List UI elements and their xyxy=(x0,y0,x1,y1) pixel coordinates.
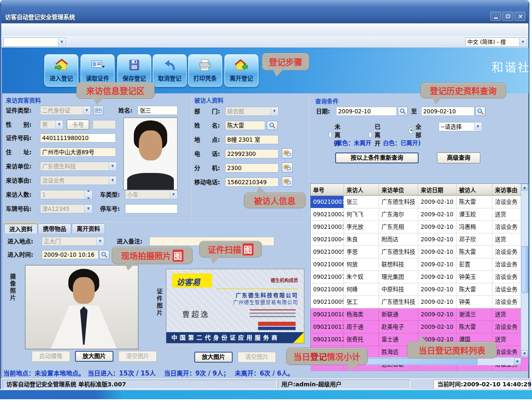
chevron-down-icon[interactable]: ▼ xyxy=(58,38,65,46)
table-cell[interactable]: 送货 xyxy=(492,208,521,220)
table-cell[interactable]: 广东海尔 xyxy=(379,208,418,220)
column-header[interactable]: 来访人 xyxy=(344,184,379,195)
minimize-button[interactable] xyxy=(490,12,501,21)
table-cell[interactable]: 陈大雷 xyxy=(457,321,492,333)
photo-button[interactable]: 放大图片 xyxy=(194,352,233,363)
toolbar-button[interactable]: 打印凭条 xyxy=(188,54,222,87)
table-cell[interactable]: 洽谈业务 xyxy=(492,221,521,233)
table-cell[interactable]: 广东德生科技 xyxy=(379,296,418,308)
chevron-down-icon[interactable]: ▼ xyxy=(55,121,63,128)
table-cell[interactable]: 赴美电子 xyxy=(379,321,418,333)
table-cell[interactable]: 洽谈业务 xyxy=(492,271,521,283)
photo-button[interactable]: 清空图片 xyxy=(238,352,276,363)
table-cell[interactable]: 邓子欣 xyxy=(457,233,492,245)
radio-circle-icon[interactable] xyxy=(329,132,332,138)
scroll-right-button[interactable]: ▶ xyxy=(514,358,521,365)
quick-select-combobox[interactable]: ▼ xyxy=(3,38,66,47)
table-cell[interactable]: 陈大雷 xyxy=(457,283,492,295)
table-cell[interactable]: 何飞飞 xyxy=(344,208,379,220)
table-cell[interactable]: 2009-02-10 xyxy=(418,221,457,233)
table-cell[interactable]: 2009-02-10 xyxy=(418,196,457,208)
table-cell[interactable]: 2009-02-10 xyxy=(418,246,457,258)
table-cell[interactable]: 090210007 xyxy=(311,271,344,283)
table-cell[interactable]: 广东亮相 xyxy=(379,221,418,233)
visitor-name-field[interactable]: 张三 xyxy=(138,106,178,115)
chevron-down-icon[interactable]: ▼ xyxy=(519,38,526,46)
table-cell[interactable]: 陈大雷 xyxy=(457,196,492,208)
table-cell[interactable]: 洽谈业务 xyxy=(492,296,521,308)
date-to-picker-button[interactable] xyxy=(475,107,485,116)
mobile-field[interactable]: 15602210349 xyxy=(225,178,279,187)
language-bar[interactable]: 中文 (简体) - 搜▼ xyxy=(465,38,527,47)
cert-type-combobox[interactable]: 二代身份证▼ xyxy=(40,106,91,115)
date-to-field[interactable]: 2009-02-10 xyxy=(421,107,474,116)
table-cell[interactable]: 中原科技 xyxy=(379,283,418,295)
table-cell[interactable]: 2009-02-10 xyxy=(418,258,457,270)
table-cell[interactable]: 090210012 xyxy=(311,333,344,345)
table-cell[interactable]: 2009-02-10 xyxy=(418,308,457,320)
phone-field[interactable]: 22992300 xyxy=(225,149,279,158)
table-cell[interactable]: 2009-02-10 xyxy=(418,283,457,295)
table-cell[interactable]: 送货 xyxy=(492,333,521,345)
table-row[interactable]: 090210011周于通赴美电子2009-02-10陈大雷洽谈业务 xyxy=(311,321,528,333)
table-cell[interactable]: 090210011 xyxy=(311,321,344,333)
table-cell[interactable]: 090210005 xyxy=(311,246,344,258)
chevron-down-icon[interactable]: ▼ xyxy=(271,108,278,115)
table-cell[interactable]: 090210010 xyxy=(311,308,344,320)
date-from-picker-button[interactable] xyxy=(398,107,408,116)
toolbar-button[interactable]: 进入登记 xyxy=(44,54,78,87)
column-header[interactable]: 单号 xyxy=(311,184,344,195)
table-cell[interactable]: 张工 xyxy=(344,296,379,308)
table-cell[interactable]: 090210002 xyxy=(311,208,344,220)
company-combobox[interactable]: 广东德生科技▼ xyxy=(40,162,117,171)
table-cell[interactable]: 2009-02-10 xyxy=(418,233,457,245)
table-cell[interactable]: 2009-02-10 xyxy=(418,208,457,220)
table-row[interactable]: 090210007朱个奴理光集团2009-02-10钟美玉洽谈业务 xyxy=(311,271,528,283)
chevron-down-icon[interactable]: ▼ xyxy=(96,238,103,245)
table-cell[interactable]: 090210006 xyxy=(311,258,344,270)
table-cell[interactable]: 2009-02-10 xyxy=(418,296,457,308)
scroll-up-button[interactable]: ▲ xyxy=(521,184,528,190)
table-cell[interactable]: 朱良 xyxy=(344,233,379,245)
table-cell[interactable]: 090210008 xyxy=(311,283,344,295)
cert-number-field[interactable]: 4401111980010 xyxy=(40,133,116,143)
car-type-combobox[interactable]: 小车▼ xyxy=(125,190,178,199)
table-cell[interactable]: 谢清兰 xyxy=(457,308,492,320)
radio-circle-icon[interactable] xyxy=(369,132,372,138)
table-cell[interactable]: 广东德生科技 xyxy=(379,196,418,208)
chevron-down-icon[interactable]: ▼ xyxy=(109,163,116,170)
dept-combobox[interactable]: 综合部▼ xyxy=(225,107,279,116)
table-cell[interactable]: 送货 xyxy=(492,233,521,245)
column-header[interactable]: 来访日期 xyxy=(418,184,457,195)
column-header[interactable]: 来访事由 xyxy=(492,184,521,195)
table-cell[interactable]: 联想科技 xyxy=(379,258,418,270)
restore-button[interactable] xyxy=(502,12,513,21)
table-row[interactable]: 090210009张工广东德生科技2009-02-10钟美洽谈业务 xyxy=(311,296,528,308)
scroll-thumb[interactable] xyxy=(522,246,528,293)
table-row[interactable]: 090210006何放联想科技2009-02-10彭置洽谈业务 xyxy=(311,258,528,271)
chevron-down-icon[interactable]: ▼ xyxy=(170,191,177,198)
table-cell[interactable]: 送货 xyxy=(492,308,521,320)
date-from-field[interactable]: 2009-02-10 xyxy=(336,107,397,116)
visitor-count-spinner[interactable]: 1▲▼ xyxy=(40,190,93,199)
photo-button[interactable]: 放大图片 xyxy=(75,351,113,362)
table-cell[interactable]: 新联通 xyxy=(379,308,418,320)
table-cell[interactable]: 洽谈业务 xyxy=(492,321,521,333)
table-cell[interactable]: 钟美 xyxy=(457,296,492,308)
table-row[interactable]: 090210004朱良附而达2009-02-10邓子欣送货 xyxy=(311,233,528,246)
table-cell[interactable]: 朱个奴 xyxy=(344,271,379,283)
table-cell[interactable]: 杨海类 xyxy=(344,308,379,320)
tab-carried-items[interactable]: 携带物品 xyxy=(38,223,71,233)
card-reader-button[interactable] xyxy=(93,106,103,115)
close-button[interactable]: × xyxy=(514,12,525,21)
filter-select[interactable]: --请选择▼ xyxy=(439,122,482,131)
table-cell[interactable]: 洽谈业务 xyxy=(492,283,521,295)
table-cell[interactable]: 陈大雷 xyxy=(457,246,492,258)
radio-circle-icon[interactable] xyxy=(409,128,413,134)
spinner-arrows-icon[interactable]: ▲▼ xyxy=(85,191,92,198)
table-cell[interactable]: 2009-02-10 xyxy=(418,321,457,333)
table-cell[interactable]: 洽谈业务 xyxy=(492,196,521,208)
entry-location-combobox[interactable]: 正大门▼ xyxy=(42,237,104,246)
tab-leave-info[interactable]: 离开资料 xyxy=(72,223,105,233)
send-sms-button[interactable] xyxy=(282,177,293,187)
